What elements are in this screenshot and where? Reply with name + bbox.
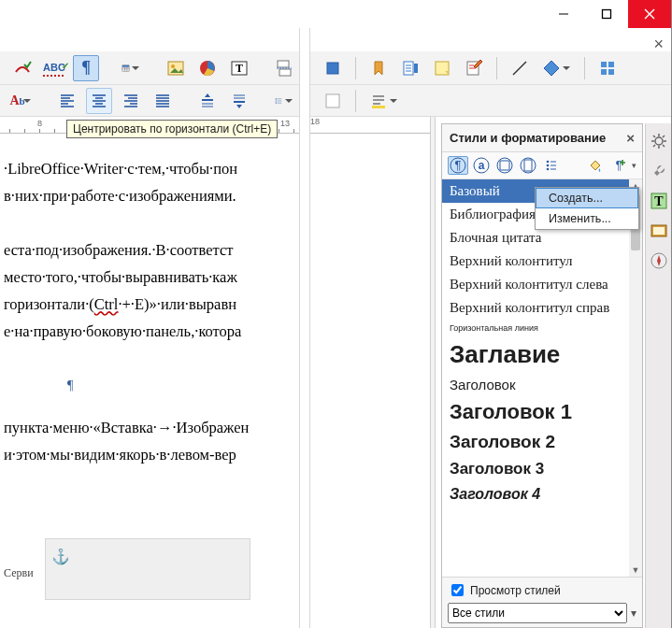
svg-line-89 xyxy=(663,136,665,137)
document-line: еста·под·изображения.·В·соответст xyxy=(4,236,299,264)
styles-list[interactable]: БазовыйБиблиографияБлочная цитатаВерхний… xyxy=(442,179,642,578)
document-line: и·этом·мы·видим·якорь·в·левом-вер xyxy=(4,441,299,468)
svg-rect-62 xyxy=(326,94,339,107)
style-item[interactable]: Заглавие xyxy=(442,336,642,373)
styles-panel-title: Стили и форматирование xyxy=(450,131,606,145)
svg-rect-73 xyxy=(524,160,532,171)
style-item[interactable]: Верхний колонтитул слева xyxy=(442,273,642,296)
style-item[interactable]: Заголовок 3 xyxy=(442,456,642,482)
styles-page-button[interactable] xyxy=(518,156,538,175)
toolbar-separator xyxy=(584,57,585,79)
align-left-button[interactable] xyxy=(54,88,80,114)
styles-frame-button[interactable] xyxy=(494,156,515,175)
font-color-button[interactable]: Ab xyxy=(9,88,36,114)
svg-rect-94 xyxy=(653,227,665,235)
sidebar-T-icon[interactable]: T xyxy=(649,191,669,211)
align-right-button[interactable] xyxy=(118,88,144,114)
auto-spellcheck-button[interactable] xyxy=(9,55,36,81)
styles-panel-close-button[interactable]: × xyxy=(626,130,635,146)
style-item[interactable]: Заголовок 1 xyxy=(442,396,642,428)
align-justify-button[interactable] xyxy=(150,88,176,114)
toolbar-separator xyxy=(496,57,497,79)
svg-rect-30 xyxy=(608,62,614,67)
svg-point-11 xyxy=(171,64,175,68)
standard-toolbar-right xyxy=(310,51,671,85)
window-maximize-button[interactable] xyxy=(585,0,628,28)
spacing-below-button[interactable] xyxy=(226,88,252,114)
bookmark-button[interactable] xyxy=(365,55,392,81)
svg-point-77 xyxy=(547,168,550,171)
styles-para-button[interactable]: ¶ xyxy=(448,156,468,175)
pilcrow-mark: ¶ xyxy=(4,372,299,399)
toolbar-button[interactable] xyxy=(320,88,346,114)
styles-char-button[interactable]: a xyxy=(471,156,492,175)
context-menu-modify[interactable]: Изменить... xyxy=(536,208,638,229)
line-spacing-button[interactable] xyxy=(271,88,297,114)
styles-list-button[interactable] xyxy=(541,156,562,175)
grid-view-button[interactable] xyxy=(594,55,621,81)
toolbar-separator xyxy=(355,90,356,112)
svg-rect-15 xyxy=(278,61,289,67)
formatting-marks-button[interactable]: ¶ xyxy=(73,55,99,81)
style-item[interactable]: Горизонтальная линия xyxy=(442,320,642,336)
insert-line-button[interactable] xyxy=(507,55,533,81)
sidebar-compass-icon[interactable] xyxy=(649,250,669,271)
svg-rect-16 xyxy=(279,69,291,76)
styles-context-menu: Создать... Изменить... xyxy=(535,187,639,230)
style-item[interactable]: Заголовок 4 xyxy=(442,482,642,507)
styles-filter-select[interactable]: Все стили xyxy=(448,603,627,623)
spacing-above-button[interactable] xyxy=(194,88,221,114)
insert-image-button[interactable] xyxy=(163,55,189,81)
insert-chart-button[interactable] xyxy=(194,55,221,81)
document-area-right[interactable] xyxy=(310,134,434,628)
align-center-button[interactable] xyxy=(86,88,112,114)
svg-rect-32 xyxy=(608,69,614,75)
styles-filter-dropdown-icon[interactable]: ▾ xyxy=(631,607,636,620)
svg-line-88 xyxy=(663,145,665,147)
style-item[interactable]: Верхний колонтитул справ xyxy=(442,296,642,320)
svg-line-87 xyxy=(653,136,655,137)
styles-panel-toolbar: ¶a¶▾ xyxy=(442,152,642,179)
sidebar-gallery-icon[interactable] xyxy=(649,221,669,241)
sidebar-gear-icon[interactable] xyxy=(649,131,669,151)
toolbar-button[interactable] xyxy=(320,55,346,81)
window-titlebar xyxy=(0,0,671,28)
paragraph-color-button[interactable] xyxy=(365,88,402,114)
data-sources-button[interactable] xyxy=(397,55,423,81)
sidebar-wrench-icon[interactable] xyxy=(649,161,669,181)
page-break-button[interactable] xyxy=(271,55,297,81)
image-placeholder[interactable]: ⚓ xyxy=(45,538,250,600)
insert-table-button[interactable] xyxy=(118,55,144,81)
styles-scrollbar[interactable]: ▲ ▼ xyxy=(629,179,642,577)
window-minimize-button[interactable] xyxy=(542,0,585,28)
spellcheck-button[interactable]: ABC✓ xyxy=(41,55,67,81)
preview-styles-checkbox[interactable]: Просмотр стилей xyxy=(448,581,636,599)
window-close-button[interactable] xyxy=(628,0,671,28)
styles-fill-button[interactable] xyxy=(585,156,606,175)
standard-toolbar-left: ABC✓¶T xyxy=(0,51,299,85)
styles-new-button[interactable]: ¶ xyxy=(608,156,629,175)
style-item[interactable]: Верхний колонтитул xyxy=(442,250,642,273)
context-menu-create[interactable]: Создать... xyxy=(536,188,638,208)
svg-rect-20 xyxy=(414,64,418,73)
styles-panel-footer: Просмотр стилей Все стили ▾ xyxy=(442,578,642,627)
ruler-mark: 8 xyxy=(37,119,42,128)
sidebar-splitter[interactable] xyxy=(430,117,436,628)
basic-shapes-button[interactable] xyxy=(538,55,575,81)
track-changes-button[interactable] xyxy=(461,55,487,81)
toolbar-separator xyxy=(355,57,356,79)
svg-rect-71 xyxy=(500,161,509,170)
document-line: горизонтали·(Ctrl·+·E)»·или·выравн xyxy=(4,291,299,318)
svg-text:T: T xyxy=(236,62,243,75)
insert-textbox-button[interactable]: T xyxy=(226,55,252,81)
svg-rect-9 xyxy=(122,64,129,66)
insert-note-button[interactable] xyxy=(429,55,455,81)
svg-text:T: T xyxy=(654,194,664,208)
svg-line-90 xyxy=(653,145,655,147)
styles-new-dropdown-icon[interactable]: ▾ xyxy=(632,161,636,170)
style-item[interactable]: Заголовок xyxy=(442,373,642,396)
document-area[interactable]: ·LibreOffice·Writer·с·тем,·чтобы·понв·ни… xyxy=(0,134,299,628)
style-item[interactable]: Заголовок 2 xyxy=(442,428,642,456)
document-line: место·того,·чтобы·выравнивать·каж xyxy=(4,264,299,291)
horizontal-ruler-right[interactable]: 18 xyxy=(310,117,434,134)
